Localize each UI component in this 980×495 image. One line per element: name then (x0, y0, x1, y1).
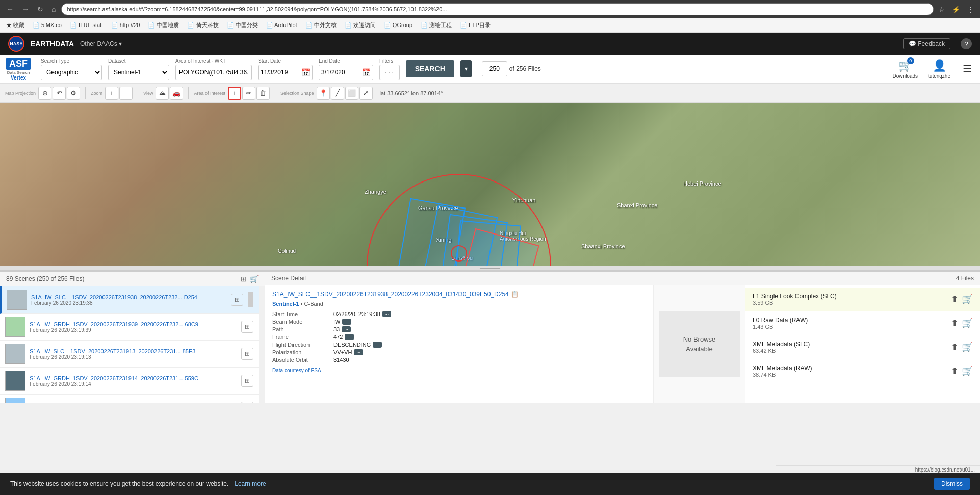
header-left: NASA EARTHDATA Other DAACs ▾ (8, 36, 122, 52)
search-dropdown-button[interactable]: ▾ (460, 60, 472, 77)
end-date-icon[interactable]: 📅 (362, 68, 371, 76)
zoom-in-button[interactable]: + (105, 87, 118, 100)
resize-shape-button[interactable]: ⤢ (359, 87, 373, 100)
data-courtesy: Data courtesy of ESA (272, 366, 646, 374)
dataset-label: Dataset (108, 58, 169, 64)
bookmark-http20[interactable]: 📄 http://20 (108, 21, 143, 30)
end-date-input[interactable] (321, 69, 362, 76)
file-cart-button[interactable]: 🛒 (962, 294, 973, 305)
scene-name: S1A_IW_SLC__1SDV_20200226T231913_2020022… (30, 348, 237, 354)
toolbar-sep-2 (138, 87, 138, 99)
file-cart-button[interactable]: 🛒 (962, 318, 973, 329)
golmud-label: Golmud (278, 248, 296, 254)
scene-zoom-button[interactable]: ⊞ (241, 348, 253, 360)
scene-zoom-button[interactable]: ⊞ (241, 375, 253, 387)
file-download-button[interactable]: ⬆ (951, 294, 959, 305)
zoom-out-button[interactable]: − (119, 87, 133, 100)
toolbar-sep-1 (85, 87, 86, 99)
start-date-input[interactable] (261, 69, 301, 76)
scene-thumb (5, 398, 25, 403)
flight-dir-key: Flight Direction (272, 342, 333, 348)
undo-button[interactable]: ↶ (53, 87, 66, 100)
file-download-button[interactable]: ⬆ (951, 318, 959, 329)
help-button[interactable]: ? (961, 38, 972, 49)
bookmark-survey[interactable]: 📄 测绘工程 (418, 20, 455, 30)
scene-item[interactable]: S1A_IW_SLC__1SDV_20200226T231913_2020022… (0, 341, 259, 368)
box-shape-button[interactable]: ⬜ (345, 87, 358, 100)
projection-settings-button[interactable]: ⚙ (67, 87, 80, 100)
scene-cart-button[interactable]: 🛒 (250, 275, 259, 283)
cookie-learn-more-link[interactable]: Learn more (235, 480, 266, 487)
scene-thumb (7, 290, 27, 310)
scene-zoom-button[interactable]: ⊞ (241, 321, 253, 333)
scene-item[interactable]: S1A_IW_GRDH_1SDV_20200226T231939_2020022… (0, 314, 259, 341)
scene-item[interactable]: S1A_IW_GRDH_1SDV_20200221T231129_2020022… (0, 395, 259, 403)
cookie-dismiss-button[interactable]: Dismiss (934, 478, 970, 490)
file-cart-button[interactable]: 🛒 (962, 366, 973, 377)
user-button[interactable]: 👤 tutengzhe (928, 59, 950, 79)
browser-extension-button[interactable]: ⚡ (950, 5, 962, 14)
edit-aoi-button[interactable]: ✏ (242, 87, 255, 100)
bookmark-item[interactable]: ★ 收藏 (3, 20, 28, 30)
home-button[interactable]: ⌂ (49, 4, 58, 14)
scene-list-icons: ⊞ 🛒 (241, 275, 259, 283)
bookmark-itrf[interactable]: 📄 ITRF stati (67, 21, 106, 30)
bookmark-ardupilot[interactable]: 📄 ArduPilot (263, 21, 300, 30)
line-shape-button[interactable]: ╱ (331, 87, 344, 100)
bookmark-cnwx[interactable]: 📄 中外文核 (302, 20, 340, 30)
refresh-button[interactable]: ↻ (35, 4, 46, 14)
bookmark-welcome[interactable]: 📄 欢迎访问 (342, 20, 379, 30)
file-cart-button[interactable]: 🛒 (962, 342, 973, 353)
file-size: 3.59 GB (753, 300, 947, 306)
scene-item[interactable]: S1A_IW_SLC__1SDV_20200226T231938_2020022… (0, 286, 259, 314)
satellite-button[interactable]: 🚗 (170, 87, 183, 100)
hamburger-menu-button[interactable]: ☰ (961, 61, 974, 77)
bookmark-ftp[interactable]: 📄 FTP目录 (457, 20, 494, 30)
scene-list-scrollbar[interactable] (259, 286, 265, 403)
copy-icon[interactable]: 📋 (511, 291, 519, 298)
map-container[interactable]: Gansu Province Ningxia HuiAutonomous Reg… (0, 103, 980, 266)
filters-button[interactable]: ··· (379, 65, 400, 80)
compass-button[interactable]: ⊕ (38, 87, 51, 100)
file-info: L0 Raw Data (RAW) 1.43 GB (753, 317, 947, 330)
bookmark-qgroup[interactable]: 📄 QGroup (381, 21, 416, 30)
back-button[interactable]: ← (4, 4, 16, 14)
point-shape-button[interactable]: 📍 (317, 87, 330, 100)
scene-detail-subtitle: Sentinel-1 • C-Band (272, 301, 646, 307)
scene-grid-view-button[interactable]: ⊞ (241, 275, 247, 283)
zoom-label: Zoom (91, 91, 102, 96)
bookmark-5imx[interactable]: 📄 5iMX.co (30, 21, 65, 30)
search-button[interactable]: SEARCH (406, 60, 454, 77)
drag-handle[interactable] (0, 266, 980, 270)
files-count-label: of 256 Files (509, 65, 541, 72)
scene-resize-handle[interactable] (248, 292, 253, 307)
add-aoi-button[interactable]: + (228, 87, 241, 100)
browser-menu-button[interactable]: ☆ (937, 5, 947, 14)
search-type-select[interactable]: Geographic (41, 65, 102, 80)
scene-item[interactable]: S1A_IW_GRDH_1SDV_20200226T231914_2020022… (0, 368, 259, 395)
hebei-label: Hebei Province (683, 180, 721, 187)
frame-key: Frame (272, 334, 333, 340)
bookmark-yitian[interactable]: 📄 倚天科技 (184, 20, 221, 30)
delete-aoi-button[interactable]: 🗑 (256, 87, 270, 100)
file-download-button[interactable]: ⬆ (951, 366, 959, 377)
feedback-button[interactable]: 💬 Feedback (903, 38, 950, 49)
data-courtesy-link[interactable]: Data courtesy of ESA (272, 368, 321, 373)
terrain-button[interactable]: ⛰ (156, 87, 169, 100)
forward-button[interactable]: → (19, 4, 32, 14)
selection-shape-label: Selection Shape (280, 91, 314, 96)
scene-zoom-button[interactable]: ⊞ (241, 402, 253, 403)
aoi-input[interactable] (175, 65, 252, 80)
view-group: View ⛰ 🚗 (143, 87, 183, 100)
scene-zoom-button[interactable]: ⊞ (231, 294, 243, 306)
other-daacs-button[interactable]: Other DAACs ▾ (80, 40, 122, 47)
file-download-button[interactable]: ⬆ (951, 342, 959, 353)
files-count-input[interactable] (482, 61, 507, 76)
browser-settings-button[interactable]: ⋮ (965, 5, 976, 14)
url-bar[interactable] (61, 3, 934, 15)
start-date-icon[interactable]: 📅 (301, 68, 310, 76)
bookmark-cngeol[interactable]: 📄 中国地质 (145, 20, 182, 30)
downloads-button[interactable]: 🛒 0 Downloads (893, 59, 918, 79)
dataset-select[interactable]: Sentinel-1 (108, 65, 169, 80)
bookmark-cnclass[interactable]: 📄 中国分类 (224, 20, 261, 30)
